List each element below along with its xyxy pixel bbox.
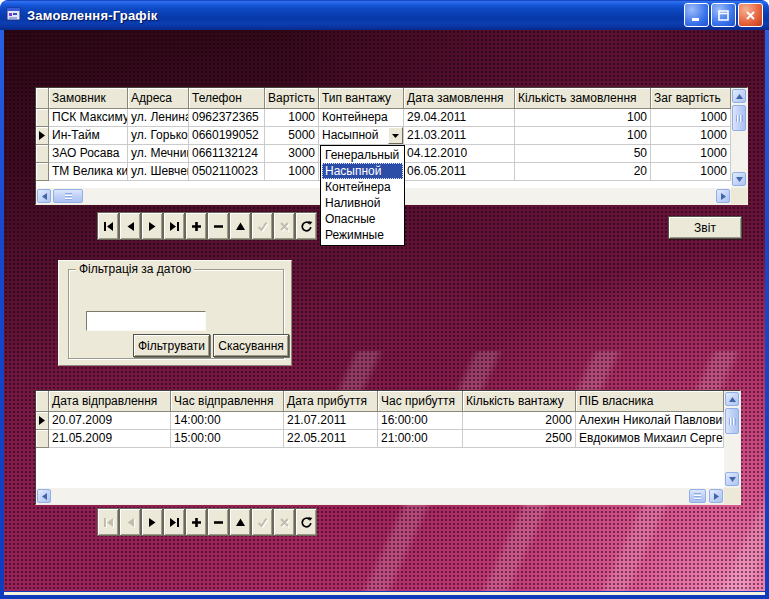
grid-cell[interactable]: 20.07.2009 [49,412,171,430]
grid-cell[interactable]: Алехин Николай Павлович [576,412,724,430]
grid-cell[interactable]: ул. Ленина [128,109,189,127]
grid-cell[interactable]: 21:00:00 [378,430,463,448]
scroll-down-button[interactable] [732,172,746,186]
date-filter-input[interactable] [86,311,206,331]
grid-cell[interactable]: 20 [515,163,651,181]
vscroll-thumb[interactable] [732,105,746,131]
grid-cell[interactable]: 50 [515,145,651,163]
grid-cell[interactable]: 5000 [265,127,319,145]
grid-cell[interactable]: 1000 [265,109,319,127]
hscroll-thumb[interactable] [689,489,706,503]
grid-cell[interactable]: 1000 [651,109,731,127]
grid-cell[interactable]: 0661132124 [189,145,265,163]
cargo-type-combo-value: Насыпной [319,127,388,144]
nav-prior-button[interactable] [119,212,141,240]
scroll-left-button[interactable] [37,489,51,503]
column-header: Дата відправлення [49,391,171,412]
grid-cell[interactable]: 1000 [651,145,731,163]
grid-cell[interactable]: 06.05.2011 [404,163,515,181]
nav-edit-icon [234,220,247,233]
grid-cell[interactable]: Евдокимов Михаил Сергеевич [576,430,724,448]
grid-cell[interactable]: 0660199052 [189,127,265,145]
filter-button[interactable]: Фільтрувати [133,334,210,357]
maximize-button[interactable] [711,3,736,27]
grid-cell[interactable]: 14:00:00 [171,412,284,430]
cargo-type-dropdown-button[interactable] [388,127,403,144]
minimize-button[interactable] [684,3,709,27]
nav-first-button[interactable] [97,212,119,240]
grid-cell[interactable]: ТМ Велика кишеня [49,163,128,181]
scroll-left-button[interactable] [37,189,51,203]
cancel-filter-button[interactable]: Скасування [213,334,289,357]
nav-refresh-icon [300,220,313,233]
nav-next-button[interactable] [141,212,163,240]
column-header: Час прибуття [378,391,463,412]
window-title: Замовлення-Графік [27,8,157,23]
schedule-grid-hscrollbar[interactable] [36,488,724,504]
nav-edit-button[interactable] [229,508,251,536]
grid-cell[interactable]: 100 [515,109,651,127]
grid-cell[interactable]: 16:00:00 [378,412,463,430]
nav-insert-button[interactable] [185,212,207,240]
scroll-up-button[interactable] [725,392,739,406]
title-bar[interactable]: Замовлення-Графік [0,0,769,30]
grid-cell[interactable]: Контейнера [319,109,404,127]
scroll-right-button[interactable] [709,489,723,503]
grid-cell[interactable]: 29.04.2011 [404,109,515,127]
dropdown-item[interactable]: Режимные [322,227,403,243]
column-header: Адреса [128,88,189,109]
grid-cell[interactable]: 22.05.2011 [284,430,378,448]
dropdown-item[interactable]: Генеральный [322,147,403,163]
grid-cell[interactable]: 2000 [463,412,576,430]
orders-grid-vscrollbar[interactable] [731,88,747,188]
grid-cell[interactable]: 15:00:00 [171,430,284,448]
grid-cell[interactable]: 21.05.2009 [49,430,171,448]
grid-cell[interactable]: 0502110023 [189,163,265,181]
vscroll-thumb[interactable] [725,408,739,434]
nav-edit-icon [234,516,247,529]
scroll-down-button[interactable] [725,472,739,486]
hscroll-thumb[interactable] [53,189,83,203]
nav-refresh-button[interactable] [295,212,317,240]
schedule-grid-row: 21.05.200915:00:0022.05.201121:00:002500… [36,430,740,448]
nav-edit-button[interactable] [229,212,251,240]
nav-next-icon [146,516,159,529]
grid-cell[interactable]: 100 [515,127,651,145]
nav-last-button[interactable] [163,212,185,240]
grid-cell[interactable]: 21.07.2011 [284,412,378,430]
grid-cell[interactable]: 1000 [265,163,319,181]
nav-delete-button[interactable] [207,212,229,240]
grid-cell[interactable]: ул. Мечникова [128,145,189,163]
nav-insert-button[interactable] [185,508,207,536]
grid-cell[interactable]: ЗАО Росава [49,145,128,163]
grid-cell[interactable]: 0962372365 [189,109,265,127]
scroll-right-button[interactable] [716,189,730,203]
grid-cell[interactable]: 2500 [463,430,576,448]
nav-refresh-button[interactable] [295,508,317,536]
grid-cell[interactable]: ул. Горького [128,127,189,145]
dropdown-item[interactable]: Наливной [322,195,403,211]
grid-cell[interactable]: 3000 [265,145,319,163]
grid-cell[interactable]: 04.12.2010 [404,145,515,163]
grid-cell[interactable]: Насыпной [319,127,404,145]
column-header: Час відправлення [171,391,284,412]
report-button[interactable]: Звіт [668,216,742,239]
scroll-right-icon [721,193,726,200]
grid-cell[interactable]: Ин-Тайм [49,127,128,145]
row-indicator [36,127,49,145]
schedule-grid-vscrollbar[interactable] [724,391,740,488]
dropdown-item[interactable]: Опасные [322,211,403,227]
dropdown-item[interactable]: Контейнера [322,179,403,195]
close-button[interactable] [738,3,763,27]
grid-cell[interactable]: 1000 [651,127,731,145]
scroll-up-button[interactable] [732,89,746,103]
dropdown-item[interactable]: Насыпной [322,163,403,179]
grid-cell[interactable]: ул. Шевченко [128,163,189,181]
grid-cell[interactable]: ПСК Максимус [49,109,128,127]
nav-last-button[interactable] [163,508,185,536]
nav-next-button[interactable] [141,508,163,536]
grid-cell[interactable]: 1000 [651,163,731,181]
nav-delete-button[interactable] [207,508,229,536]
grid-cell[interactable]: 21.03.2011 [404,127,515,145]
row-indicator [36,163,49,181]
